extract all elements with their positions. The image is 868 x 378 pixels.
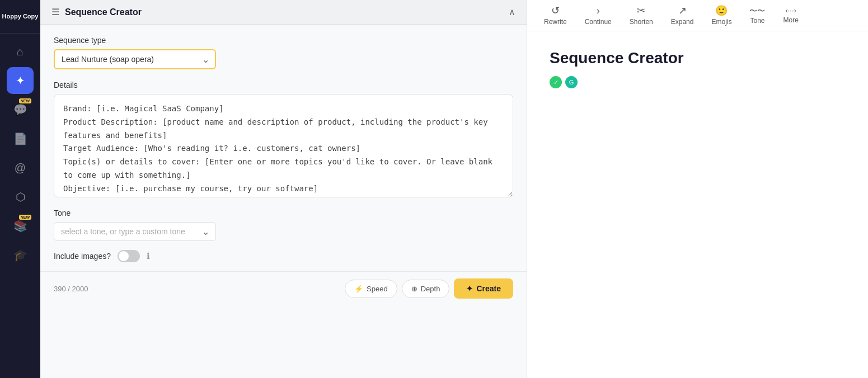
create-button[interactable]: ✦ Create: [454, 278, 513, 299]
right-panel-title: Sequence Creator: [550, 49, 846, 67]
sidebar-item-chat[interactable]: 💬 new: [7, 96, 34, 123]
main-content: ☰ Sequence Creator ∧ Sequence type Lead …: [40, 0, 868, 378]
sidebar-item-ai-writer[interactable]: ✦: [7, 67, 34, 94]
include-images-section: Include images? ℹ: [40, 250, 527, 271]
library-icon: 📚: [13, 219, 27, 233]
sidebar-item-email[interactable]: @: [7, 154, 34, 181]
tone-icon: 〜〜: [749, 7, 765, 15]
panel-title: Sequence Creator: [65, 7, 142, 17]
expand-icon: ↗: [678, 6, 687, 16]
tone-select-wrapper: select a tone, or type a custom tone Pro…: [54, 222, 216, 241]
documents-icon: 📄: [13, 132, 27, 145]
sequence-type-label: Sequence type: [54, 36, 513, 45]
toolbar-emojis-button[interactable]: 🙂 Emojis: [703, 1, 739, 30]
details-section: Details Brand: [i.e. Magical SaaS Compan…: [40, 81, 527, 209]
library-new-badge: new: [19, 215, 31, 220]
home-icon: ⌂: [17, 45, 24, 58]
sidebar-item-library[interactable]: 📚 new: [7, 212, 34, 239]
panel-header: ☰ Sequence Creator ∧: [40, 0, 527, 25]
chat-new-badge: new: [19, 98, 31, 103]
email-icon: @: [15, 162, 26, 174]
emojis-icon: 🙂: [715, 6, 728, 16]
create-icon: ✦: [466, 284, 473, 293]
toolbar-expand-button[interactable]: ↗ Expand: [663, 1, 702, 30]
right-panel: ↺ Rewrite › Continue ✂ Shorten ↗ Expand …: [527, 0, 868, 378]
tone-label: Tone: [54, 209, 513, 218]
char-count: 390 / 2000: [54, 285, 88, 293]
sidebar-item-home[interactable]: ⌂: [7, 38, 34, 65]
toolbar-more-button[interactable]: ‹···› More: [775, 2, 806, 29]
details-textarea[interactable]: Brand: [i.e. Magical SaaS Company] Produ…: [54, 94, 513, 197]
shorten-icon: ✂: [637, 6, 645, 16]
continue-icon: ›: [597, 6, 600, 16]
details-label: Details: [54, 81, 513, 89]
panel-header-left: ☰ Sequence Creator: [51, 7, 142, 17]
sidebar: Hoppy Copy ⌂ ✦ 💬 new 📄 @ ⬡ 📚 new 🎓: [0, 0, 40, 378]
toolbar-rewrite-button[interactable]: ↺ Rewrite: [536, 1, 575, 30]
left-panel: ☰ Sequence Creator ∧ Sequence type Lead …: [40, 0, 527, 378]
avatar-row: ✓ G: [550, 76, 846, 88]
chat-icon: 💬: [13, 103, 27, 116]
include-images-label: Include images?: [54, 252, 111, 261]
right-content: Sequence Creator ✓ G: [527, 31, 868, 378]
sequence-type-select[interactable]: Lead Nurture (soap opera) Welcome Series…: [54, 49, 216, 69]
hamburger-icon[interactable]: ☰: [51, 7, 59, 17]
avatar-green: ✓: [550, 76, 562, 88]
footer-actions: ⚡ Speed ⊕ Depth ✦ Create: [345, 278, 513, 299]
courses-icon: 🎓: [13, 248, 27, 262]
sidebar-item-integrations[interactable]: ⬡: [7, 183, 34, 210]
app-logo[interactable]: Hoppy Copy: [0, 0, 40, 34]
depth-button[interactable]: ⊕ Depth: [402, 280, 450, 298]
integrations-icon: ⬡: [16, 190, 25, 204]
speed-button[interactable]: ⚡ Speed: [345, 280, 397, 298]
speed-icon: ⚡: [354, 285, 363, 293]
more-icon: ‹···›: [785, 7, 796, 14]
sidebar-item-documents[interactable]: 📄: [7, 125, 34, 152]
toolbar-continue-button[interactable]: › Continue: [577, 1, 620, 30]
toolbar-tone-button[interactable]: 〜〜 Tone: [742, 2, 773, 29]
include-images-toggle[interactable]: [118, 250, 140, 262]
info-icon[interactable]: ℹ: [147, 251, 150, 261]
tone-select[interactable]: select a tone, or type a custom tone Pro…: [54, 222, 216, 241]
avatar-teal: G: [565, 76, 578, 88]
toolbar-shorten-button[interactable]: ✂ Shorten: [622, 1, 661, 30]
depth-icon: ⊕: [411, 285, 417, 293]
panel-collapse-button[interactable]: ∧: [509, 7, 515, 17]
sidebar-nav: ⌂ ✦ 💬 new 📄 @ ⬡ 📚 new 🎓: [0, 34, 40, 268]
toolbar: ↺ Rewrite › Continue ✂ Shorten ↗ Expand …: [527, 0, 868, 31]
tone-section: Tone select a tone, or type a custom ton…: [40, 209, 527, 250]
sequence-type-select-wrapper: Lead Nurture (soap opera) Welcome Series…: [54, 49, 216, 69]
sequence-type-section: Sequence type Lead Nurture (soap opera) …: [40, 25, 527, 81]
footer-bar: 390 / 2000 ⚡ Speed ⊕ Depth ✦ Create: [40, 271, 527, 305]
rewrite-icon: ↺: [551, 6, 560, 16]
sidebar-item-courses[interactable]: 🎓: [7, 242, 34, 268]
ai-writer-icon: ✦: [16, 74, 25, 87]
